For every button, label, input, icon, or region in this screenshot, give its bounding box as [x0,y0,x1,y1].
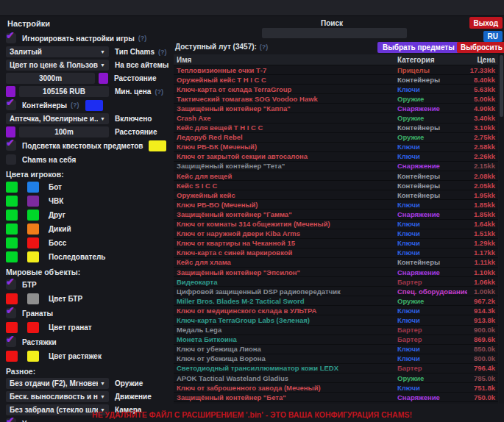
loot-row[interactable]: Медаль LegaБартер900.0k [174,326,498,335]
color-swatch[interactable] [27,210,39,221]
color-swatch[interactable] [6,293,18,304]
quest-highlight-row[interactable]: ✔ Подсветка квестовых предметов [6,140,172,151]
checkbox-unchecked-icon[interactable] [6,154,16,165]
loot-row[interactable]: Ключ от убежища ЛионаКлючи850.0k [174,345,498,354]
loot-row[interactable]: Ключ от медицинского склада в УЛЬТРАКлюч… [174,306,498,315]
color-swatch[interactable] [6,237,18,248]
containers-distance-input[interactable]: 100m [19,126,109,137]
misc-title: Разное: [6,367,172,376]
ignore-game-settings-row[interactable]: ✔ Игнорировать настройки игры (?) [6,32,172,44]
color-swatch[interactable] [27,322,39,333]
loot-row[interactable]: Защищённый контейнер "Тета"Снаряжение2.1… [174,162,498,171]
loot-row[interactable]: Miller Bros. Blades M-2 Tactical SwordОр… [174,296,498,306]
loot-row[interactable]: Ключ РБ-ВО (Меченый)Ключи1.85kk [174,200,498,210]
color-swatch[interactable] [27,182,39,193]
loot-row[interactable]: Ключ от закрытой секции автосалонаКлючи2… [174,152,498,162]
column-header-category[interactable]: Категория [397,56,467,64]
checkbox-checked-icon[interactable]: ✔ [6,279,16,290]
item-price: 800.0k [467,354,495,362]
checkbox-checked-icon[interactable]: ✔ [6,100,16,110]
loot-row[interactable]: Ледоруб Red RebelОружие2.75kk [174,133,498,143]
column-header-price[interactable]: Цена [467,56,495,64]
loot-row[interactable]: Ключ от комнаты 314 общежития (Меченый)К… [174,220,498,229]
loot-row[interactable]: Crash AxeОружие3.40kk [174,113,498,123]
checkbox-checked-icon[interactable]: ✔ [6,337,16,347]
distance-color-swatch[interactable] [99,73,108,84]
color-swatch[interactable] [6,251,18,262]
loot-row[interactable]: Кейс для вещейКонтейнеры2.08kk [174,171,498,181]
loot-row[interactable]: Кейс S I C CКонтейнеры2.05kk [174,181,498,190]
checkbox-row[interactable]: ✔Гранаты [6,307,172,319]
color-swatch[interactable] [6,322,18,333]
loot-row[interactable]: Цифровой защищенный DSP радиопередатчикС… [174,287,498,296]
containers-row[interactable]: ✔ Контейнеры (?) [6,99,172,111]
color-swatch[interactable] [6,351,18,362]
containers-distance-color-swatch[interactable] [6,126,15,137]
color-swatch[interactable] [27,351,39,362]
help-icon[interactable]: (?) [71,101,79,109]
checkbox-checked-icon[interactable]: ✔ [6,33,16,43]
help-icon[interactable]: (?) [155,88,163,96]
color-swatch[interactable] [6,182,18,193]
item-name: Светодиодный трансиллюминатор кожи LEDX [177,364,397,372]
loot-row[interactable]: Тактический томагавк SOG Voodoo HawkОруж… [174,94,498,104]
loot-row[interactable]: Ключ-карта TerraGroup Labs (Зеленая)Ключ… [174,315,498,325]
loot-row[interactable]: Ключ-карта от склада TerraGroupКлючи5.63… [174,85,498,94]
misc-dropdown[interactable]: Беск. выносливость и нет уста▼ [6,391,109,402]
table-scrollbar[interactable] [499,54,504,404]
search-input[interactable] [262,28,407,38]
loot-row[interactable]: Монета БиткоинаБартер869.6k [174,335,498,345]
loot-row[interactable]: Кейс для хламаКонтейнеры1.11kk [174,258,498,268]
scrollbar-thumb[interactable] [500,55,503,117]
loot-row[interactable]: Ключ от квартиры на Чеканной 15Ключи1.29… [174,239,498,248]
distance-input[interactable]: 3000m [6,73,95,84]
help-icon[interactable]: (?) [158,49,167,56]
language-button[interactable]: RU [483,31,503,42]
loot-row[interactable]: Кейс для вещей T H I C CКонтейнеры3.10kk [174,124,498,133]
loot-row[interactable]: Защищённый контейнер "Гамма"Снаряжение1.… [174,210,498,219]
loot-row[interactable]: Ключ-карта с синей маркировкойКлючи1.17k… [174,248,498,258]
loot-row[interactable]: Защищённый контейнер "Каппа"Снаряжение4.… [174,104,498,113]
color-swatch[interactable] [6,210,18,221]
loot-row[interactable]: Ключ РБ-БК (Меченый)Ключи2.58kk [174,143,498,152]
color-swatch[interactable] [27,293,39,304]
loot-row[interactable]: Защищённый контейнер "Эпсилон"Снаряжение… [174,268,498,277]
containers-color-swatch[interactable] [85,100,103,111]
loot-row[interactable]: Оружейный кейс T H I C CКонтейнеры8.40kk [174,75,498,85]
color-swatch[interactable] [6,223,18,235]
chams-type-dropdown[interactable]: Залитый ▼ [6,46,109,57]
checkbox-checked-icon[interactable]: ✔ [6,308,16,318]
checkbox-row[interactable]: ✔Растяжки [6,336,172,348]
checkbox-checked-icon[interactable]: ✔ [6,140,16,151]
drop-all-button[interactable]: Выбросить все [457,42,504,53]
color-swatch[interactable] [27,196,39,207]
checkbox-row[interactable]: ✔БТР [6,279,172,290]
price-mode-dropdown[interactable]: Цвет по цене & Пользователь ▼ [6,60,109,71]
containers-mode-dropdown[interactable]: Аптечка, Ювелирные и... ▼ [6,113,109,124]
loot-row[interactable]: Тепловизионные очки Т-7Прицелы17.33kk [174,65,498,75]
min-price-input[interactable]: 105156 RUB [19,86,109,97]
loot-row[interactable]: Защищённый контейнер "Бета"Снаряжение750… [174,393,498,402]
color-swatch[interactable] [27,223,39,235]
loot-row[interactable]: Ключ от заброшенного завода (Меченый)Клю… [174,383,498,393]
self-chams-row[interactable]: Chams на себя [6,154,172,165]
color-swatch[interactable] [27,237,39,248]
loot-row[interactable]: Светодиодный трансиллюминатор кожи LEDXБ… [174,364,498,373]
loot-row[interactable]: Ключ от убежища ВоронаКлючи800.0k [174,354,498,364]
help-icon[interactable]: (?) [260,43,269,51]
help-icon[interactable]: (?) [138,35,147,42]
misc-dropdown[interactable]: Без отдачи (F2), Мгновенное п▼ [6,378,109,389]
exit-button[interactable]: Выход [469,17,503,29]
loot-row[interactable]: ВидеокартаБартер1.06kk [174,277,498,287]
loot-row[interactable]: APOK Tactical Wasteland GladiusОружие785… [174,373,498,383]
min-price-color-swatch[interactable] [6,86,15,97]
item-category: Оружие [397,114,467,122]
loot-row[interactable]: Ключ от наружной двери Kiba ArmsКлючи1.5… [174,229,498,239]
color-swatch[interactable] [6,196,18,207]
loot-row[interactable]: Оружейный кейсКонтейнеры1.95kk [174,190,498,200]
quest-color-swatch[interactable] [149,140,166,151]
column-header-name[interactable]: Имя [177,56,397,64]
color-swatch[interactable] [27,251,39,262]
chams-window: Настройки ✔ Игнорировать настройки игры … [0,0,504,422]
title-bar[interactable] [0,0,504,16]
